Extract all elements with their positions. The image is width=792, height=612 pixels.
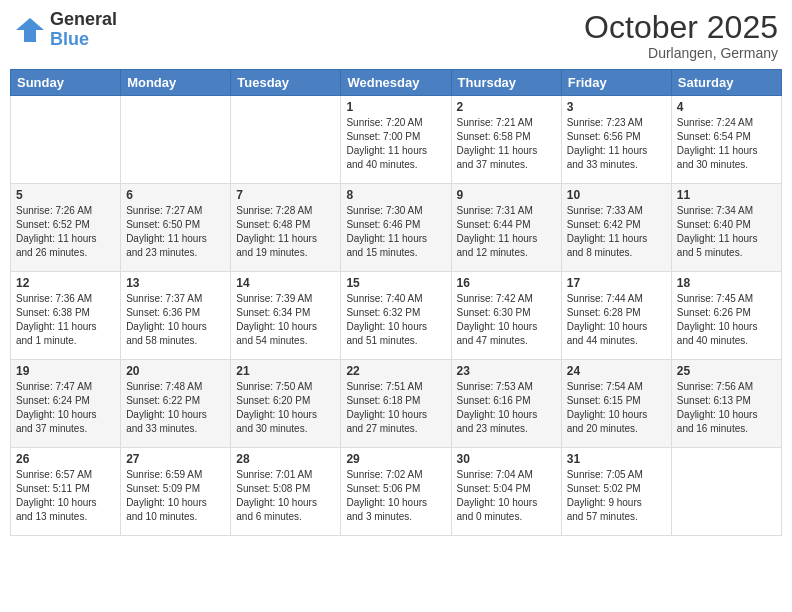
calendar-week-row: 1Sunrise: 7:20 AM Sunset: 7:00 PM Daylig… bbox=[11, 96, 782, 184]
day-number: 19 bbox=[16, 364, 115, 378]
logo-icon bbox=[14, 16, 46, 44]
weekday-header-row: SundayMondayTuesdayWednesdayThursdayFrid… bbox=[11, 70, 782, 96]
day-number: 4 bbox=[677, 100, 776, 114]
page-header: General Blue October 2025 Durlangen, Ger… bbox=[10, 10, 782, 61]
day-number: 20 bbox=[126, 364, 225, 378]
weekday-header: Saturday bbox=[671, 70, 781, 96]
calendar-week-row: 5Sunrise: 7:26 AM Sunset: 6:52 PM Daylig… bbox=[11, 184, 782, 272]
day-number: 11 bbox=[677, 188, 776, 202]
day-number: 10 bbox=[567, 188, 666, 202]
logo-text: General Blue bbox=[50, 10, 117, 50]
day-number: 9 bbox=[457, 188, 556, 202]
day-info: Sunrise: 6:59 AM Sunset: 5:09 PM Dayligh… bbox=[126, 468, 225, 524]
day-number: 22 bbox=[346, 364, 445, 378]
weekday-header: Friday bbox=[561, 70, 671, 96]
calendar-cell bbox=[121, 96, 231, 184]
calendar-cell: 1Sunrise: 7:20 AM Sunset: 7:00 PM Daylig… bbox=[341, 96, 451, 184]
calendar-cell: 24Sunrise: 7:54 AM Sunset: 6:15 PM Dayli… bbox=[561, 360, 671, 448]
day-info: Sunrise: 7:54 AM Sunset: 6:15 PM Dayligh… bbox=[567, 380, 666, 436]
weekday-header: Wednesday bbox=[341, 70, 451, 96]
calendar-cell: 16Sunrise: 7:42 AM Sunset: 6:30 PM Dayli… bbox=[451, 272, 561, 360]
day-info: Sunrise: 7:26 AM Sunset: 6:52 PM Dayligh… bbox=[16, 204, 115, 260]
day-info: Sunrise: 7:31 AM Sunset: 6:44 PM Dayligh… bbox=[457, 204, 556, 260]
calendar-cell: 2Sunrise: 7:21 AM Sunset: 6:58 PM Daylig… bbox=[451, 96, 561, 184]
calendar-cell bbox=[671, 448, 781, 536]
logo-blue-text: Blue bbox=[50, 30, 117, 50]
calendar-cell: 27Sunrise: 6:59 AM Sunset: 5:09 PM Dayli… bbox=[121, 448, 231, 536]
day-number: 1 bbox=[346, 100, 445, 114]
day-info: Sunrise: 7:48 AM Sunset: 6:22 PM Dayligh… bbox=[126, 380, 225, 436]
day-info: Sunrise: 7:34 AM Sunset: 6:40 PM Dayligh… bbox=[677, 204, 776, 260]
day-info: Sunrise: 7:37 AM Sunset: 6:36 PM Dayligh… bbox=[126, 292, 225, 348]
day-info: Sunrise: 7:50 AM Sunset: 6:20 PM Dayligh… bbox=[236, 380, 335, 436]
day-number: 5 bbox=[16, 188, 115, 202]
day-info: Sunrise: 7:53 AM Sunset: 6:16 PM Dayligh… bbox=[457, 380, 556, 436]
day-info: Sunrise: 7:20 AM Sunset: 7:00 PM Dayligh… bbox=[346, 116, 445, 172]
day-number: 27 bbox=[126, 452, 225, 466]
weekday-header: Monday bbox=[121, 70, 231, 96]
day-number: 13 bbox=[126, 276, 225, 290]
weekday-header: Tuesday bbox=[231, 70, 341, 96]
calendar-cell: 8Sunrise: 7:30 AM Sunset: 6:46 PM Daylig… bbox=[341, 184, 451, 272]
day-number: 24 bbox=[567, 364, 666, 378]
day-number: 25 bbox=[677, 364, 776, 378]
calendar-cell: 28Sunrise: 7:01 AM Sunset: 5:08 PM Dayli… bbox=[231, 448, 341, 536]
calendar-cell: 17Sunrise: 7:44 AM Sunset: 6:28 PM Dayli… bbox=[561, 272, 671, 360]
calendar-cell bbox=[11, 96, 121, 184]
day-number: 14 bbox=[236, 276, 335, 290]
day-info: Sunrise: 7:21 AM Sunset: 6:58 PM Dayligh… bbox=[457, 116, 556, 172]
day-number: 28 bbox=[236, 452, 335, 466]
day-number: 29 bbox=[346, 452, 445, 466]
day-info: Sunrise: 7:04 AM Sunset: 5:04 PM Dayligh… bbox=[457, 468, 556, 524]
calendar-cell: 19Sunrise: 7:47 AM Sunset: 6:24 PM Dayli… bbox=[11, 360, 121, 448]
day-number: 17 bbox=[567, 276, 666, 290]
calendar-cell: 26Sunrise: 6:57 AM Sunset: 5:11 PM Dayli… bbox=[11, 448, 121, 536]
calendar-table: SundayMondayTuesdayWednesdayThursdayFrid… bbox=[10, 69, 782, 536]
calendar-cell: 14Sunrise: 7:39 AM Sunset: 6:34 PM Dayli… bbox=[231, 272, 341, 360]
day-number: 8 bbox=[346, 188, 445, 202]
calendar-cell: 10Sunrise: 7:33 AM Sunset: 6:42 PM Dayli… bbox=[561, 184, 671, 272]
day-number: 15 bbox=[346, 276, 445, 290]
day-info: Sunrise: 7:27 AM Sunset: 6:50 PM Dayligh… bbox=[126, 204, 225, 260]
calendar-cell: 12Sunrise: 7:36 AM Sunset: 6:38 PM Dayli… bbox=[11, 272, 121, 360]
day-info: Sunrise: 7:02 AM Sunset: 5:06 PM Dayligh… bbox=[346, 468, 445, 524]
calendar-cell: 13Sunrise: 7:37 AM Sunset: 6:36 PM Dayli… bbox=[121, 272, 231, 360]
calendar-week-row: 26Sunrise: 6:57 AM Sunset: 5:11 PM Dayli… bbox=[11, 448, 782, 536]
day-number: 6 bbox=[126, 188, 225, 202]
day-info: Sunrise: 6:57 AM Sunset: 5:11 PM Dayligh… bbox=[16, 468, 115, 524]
day-info: Sunrise: 7:33 AM Sunset: 6:42 PM Dayligh… bbox=[567, 204, 666, 260]
weekday-header: Thursday bbox=[451, 70, 561, 96]
calendar-cell: 11Sunrise: 7:34 AM Sunset: 6:40 PM Dayli… bbox=[671, 184, 781, 272]
day-info: Sunrise: 7:30 AM Sunset: 6:46 PM Dayligh… bbox=[346, 204, 445, 260]
calendar-cell: 3Sunrise: 7:23 AM Sunset: 6:56 PM Daylig… bbox=[561, 96, 671, 184]
day-number: 2 bbox=[457, 100, 556, 114]
day-number: 23 bbox=[457, 364, 556, 378]
day-number: 18 bbox=[677, 276, 776, 290]
calendar-cell: 6Sunrise: 7:27 AM Sunset: 6:50 PM Daylig… bbox=[121, 184, 231, 272]
day-number: 31 bbox=[567, 452, 666, 466]
day-number: 30 bbox=[457, 452, 556, 466]
location-subtitle: Durlangen, Germany bbox=[584, 45, 778, 61]
logo: General Blue bbox=[14, 10, 117, 50]
calendar-cell: 18Sunrise: 7:45 AM Sunset: 6:26 PM Dayli… bbox=[671, 272, 781, 360]
calendar-cell: 31Sunrise: 7:05 AM Sunset: 5:02 PM Dayli… bbox=[561, 448, 671, 536]
day-info: Sunrise: 7:51 AM Sunset: 6:18 PM Dayligh… bbox=[346, 380, 445, 436]
svg-marker-0 bbox=[16, 18, 44, 42]
day-info: Sunrise: 7:24 AM Sunset: 6:54 PM Dayligh… bbox=[677, 116, 776, 172]
calendar-cell: 29Sunrise: 7:02 AM Sunset: 5:06 PM Dayli… bbox=[341, 448, 451, 536]
day-info: Sunrise: 7:36 AM Sunset: 6:38 PM Dayligh… bbox=[16, 292, 115, 348]
day-number: 7 bbox=[236, 188, 335, 202]
title-block: October 2025 Durlangen, Germany bbox=[584, 10, 778, 61]
calendar-week-row: 12Sunrise: 7:36 AM Sunset: 6:38 PM Dayli… bbox=[11, 272, 782, 360]
calendar-week-row: 19Sunrise: 7:47 AM Sunset: 6:24 PM Dayli… bbox=[11, 360, 782, 448]
calendar-cell: 4Sunrise: 7:24 AM Sunset: 6:54 PM Daylig… bbox=[671, 96, 781, 184]
month-title: October 2025 bbox=[584, 10, 778, 45]
day-info: Sunrise: 7:42 AM Sunset: 6:30 PM Dayligh… bbox=[457, 292, 556, 348]
calendar-cell: 21Sunrise: 7:50 AM Sunset: 6:20 PM Dayli… bbox=[231, 360, 341, 448]
calendar-cell: 25Sunrise: 7:56 AM Sunset: 6:13 PM Dayli… bbox=[671, 360, 781, 448]
day-info: Sunrise: 7:47 AM Sunset: 6:24 PM Dayligh… bbox=[16, 380, 115, 436]
calendar-cell: 23Sunrise: 7:53 AM Sunset: 6:16 PM Dayli… bbox=[451, 360, 561, 448]
day-info: Sunrise: 7:23 AM Sunset: 6:56 PM Dayligh… bbox=[567, 116, 666, 172]
day-number: 3 bbox=[567, 100, 666, 114]
day-info: Sunrise: 7:56 AM Sunset: 6:13 PM Dayligh… bbox=[677, 380, 776, 436]
